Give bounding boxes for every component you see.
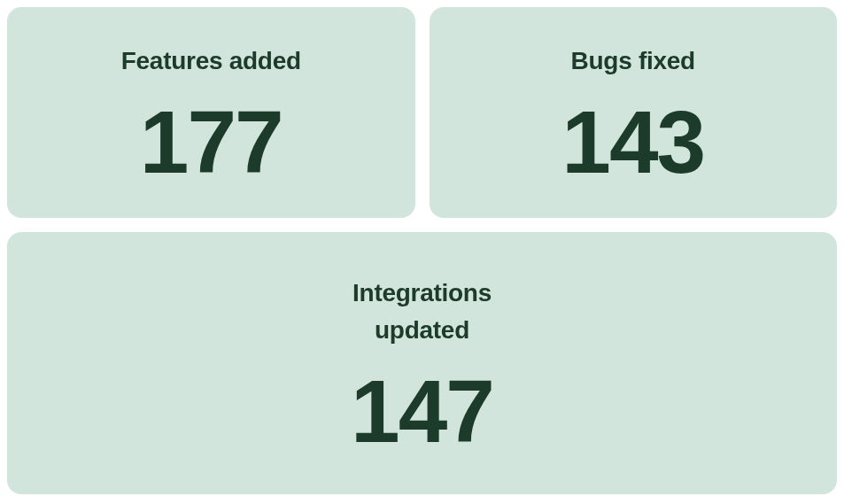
stat-value: 147	[351, 367, 493, 455]
stat-card-features-added: Features added 177	[7, 7, 415, 218]
stat-label: Integrations updated	[325, 275, 520, 349]
stat-label: Bugs fixed	[571, 43, 695, 80]
stat-card-bugs-fixed: Bugs fixed 143	[430, 7, 838, 218]
stats-grid: Features added 177 Bugs fixed 143 Integr…	[7, 7, 837, 494]
stat-label: Features added	[121, 43, 301, 80]
stat-value: 143	[561, 97, 704, 186]
stat-card-integrations-updated: Integrations updated 147	[7, 232, 837, 494]
stat-value: 177	[140, 97, 283, 186]
